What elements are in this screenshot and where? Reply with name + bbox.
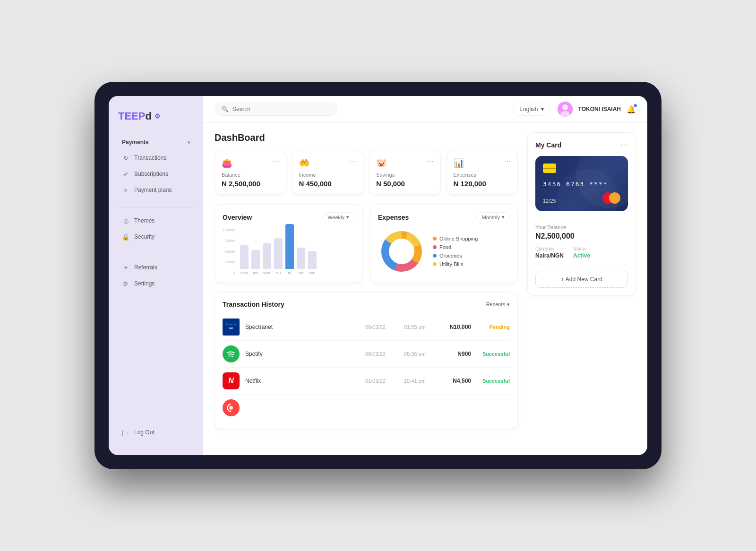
language-chevron: ▾ — [541, 106, 544, 112]
card-menu[interactable]: ⋯ — [620, 140, 628, 149]
transactions-label: Transactions — [134, 155, 166, 161]
overview-title: Overview — [223, 214, 252, 221]
card-expiry: 12/25 — [543, 198, 556, 204]
stat-card-balance: 👛 ⋯ Balance N 2,500,000 — [215, 151, 286, 195]
nav-divider-1 — [116, 207, 196, 207]
mc-yellow-circle — [609, 192, 620, 204]
bar-sun — [308, 251, 317, 269]
currency-label: Currency — [535, 246, 564, 251]
bar-group-mon: mon — [240, 245, 249, 275]
tx-status-netflix: Successful — [477, 378, 510, 384]
expenses-menu[interactable]: ⋯ — [504, 158, 511, 165]
income-icon: 🤲 — [299, 158, 309, 168]
header-right: TOKONI ISAIAH 🔔 — [558, 102, 636, 117]
tx-time-spectranet: 01:55 pm — [404, 324, 432, 330]
settings-icon: ⚙ — [122, 280, 129, 287]
bell-button[interactable]: 🔔 — [627, 105, 636, 114]
bar-tue — [251, 250, 260, 269]
logo-icon: ⚙ — [155, 112, 161, 120]
savings-menu[interactable]: ⋯ — [427, 158, 434, 165]
svg-text:net: net — [229, 327, 233, 329]
svg-point-11 — [229, 406, 233, 410]
sidebar-item-payment-plans[interactable]: ≡ Payment plans — [112, 182, 199, 198]
legend-groceries: Groceries — [433, 253, 478, 258]
netflix-logo: N — [223, 372, 240, 389]
recents-filter-btn[interactable]: Recents ▾ — [486, 301, 510, 308]
balance-icon: 👛 — [222, 158, 232, 168]
legend-dot-utility — [433, 262, 437, 266]
expenses-filter-label: Monthly — [481, 215, 500, 220]
nav-divider-2 — [116, 254, 196, 254]
income-label: Income — [299, 172, 357, 178]
sidebar-item-logout[interactable]: [→ Log Out — [112, 425, 199, 440]
settings-label: Settings — [134, 280, 155, 287]
legend-utility: Utility Bills — [433, 261, 478, 267]
main-content: 🔍 English ▾ — [203, 96, 647, 455]
savings-icon: 🐷 — [376, 158, 387, 168]
expenses-filter-btn[interactable]: Monthly ▾ — [476, 212, 510, 222]
page-title: DashBoard — [215, 132, 518, 143]
bar-chart: montuewedthufrisatsun — [238, 228, 318, 275]
bar-chart-container: 100000 75000 50000 25000 0 montuewedthuf… — [223, 228, 354, 275]
security-icon: 🔒 — [122, 233, 129, 241]
status-badge: Active — [573, 252, 590, 259]
expenses-chart-title: Expenses — [378, 214, 409, 221]
notification-dot — [634, 104, 637, 107]
search-bar[interactable]: 🔍 — [215, 103, 337, 116]
stat-cards: 👛 ⋯ Balance N 2,500,000 🤲 ⋯ — [215, 151, 518, 195]
bar-group-tue: tue — [251, 250, 260, 275]
recents-label: Recents — [486, 301, 505, 307]
y-label-2: 75000 — [223, 239, 235, 243]
bar-label-mon: mon — [241, 271, 248, 275]
currency-value: Naira/NGN — [535, 252, 564, 259]
nav-bottom: [→ Log Out — [109, 424, 203, 446]
bar-group-thu: thu — [274, 238, 283, 275]
currency-meta: Currency Naira/NGN — [535, 246, 564, 259]
sidebar-item-themes[interactable]: ◎ Themes — [112, 213, 199, 228]
legend-food: Food — [433, 244, 478, 250]
income-menu[interactable]: ⋯ — [350, 158, 356, 165]
right-panel: My Card ⋯ 3456 6763 **** 12/25 — [527, 132, 636, 446]
legend-dot-food — [433, 245, 437, 249]
overview-filter-chevron: ▾ — [346, 214, 349, 220]
legend-online-shopping: Online Shopping — [433, 236, 478, 241]
balance-menu[interactable]: ⋯ — [273, 158, 279, 165]
tx-amount-spotify: N900 — [438, 351, 471, 357]
tx-date-netflix: 01/03/22 — [365, 378, 398, 384]
page-body: DashBoard 👛 ⋯ Balance N 2,500,000 — [203, 123, 647, 455]
sidebar-item-settings[interactable]: ⚙ Settings — [112, 276, 199, 291]
overview-filter-btn[interactable]: Weekly ▾ — [322, 212, 354, 222]
more-nav-group: ✦ Referrals ⚙ Settings — [109, 259, 203, 292]
tx-date-spectranet: 08/03/22 — [365, 324, 398, 330]
subscriptions-label: Subscriptions — [134, 171, 168, 177]
expenses-legend: Online Shopping Food — [433, 236, 478, 267]
referrals-label: Referrals — [134, 264, 157, 271]
expenses-filter-chevron: ▾ — [502, 214, 505, 220]
add-card-button[interactable]: + Add New Card — [535, 271, 628, 288]
payments-nav-group: Payments ▾ ↻ Transactions ✔ Subscription… — [109, 134, 203, 198]
logo: TEEPd ⚙ — [109, 105, 203, 134]
table-row — [223, 395, 510, 421]
mc-red-circle — [602, 192, 614, 204]
recents-chevron: ▾ — [507, 301, 510, 308]
overview-filter-label: Weekly — [327, 215, 344, 220]
bar-label-fri: fri — [288, 271, 291, 275]
overview-chart-card: Overview Weekly ▾ 100000 — [215, 204, 362, 283]
bar-label-tue: tue — [253, 271, 258, 275]
bar-label-wed: wed — [263, 271, 270, 275]
y-label-3: 50000 — [223, 250, 235, 254]
search-input[interactable] — [232, 106, 330, 112]
sidebar-item-transactions[interactable]: ↻ Transactions — [112, 150, 199, 165]
language-selector[interactable]: English ▾ — [513, 103, 550, 116]
sidebar-item-security[interactable]: 🔒 Security — [112, 229, 199, 244]
expenses-label: Expenses — [454, 172, 511, 178]
transaction-title: Transaction History — [223, 301, 284, 308]
sidebar-item-referrals[interactable]: ✦ Referrals — [112, 260, 199, 275]
tx-name-spectranet: Spectranet — [245, 324, 360, 330]
sidebar-item-subscriptions[interactable]: ✔ Subscriptions — [112, 166, 199, 181]
your-balance-value: N2,500,000 — [535, 232, 628, 241]
themes-label: Themes — [134, 217, 155, 224]
balance-section: Your Balance N2,500,000 Currency Naira/N… — [535, 219, 628, 265]
sidebar-payments-header[interactable]: Payments ▾ — [112, 135, 199, 149]
stat-card-expenses: 📊 ⋯ Expenses N 120,000 — [447, 151, 518, 195]
